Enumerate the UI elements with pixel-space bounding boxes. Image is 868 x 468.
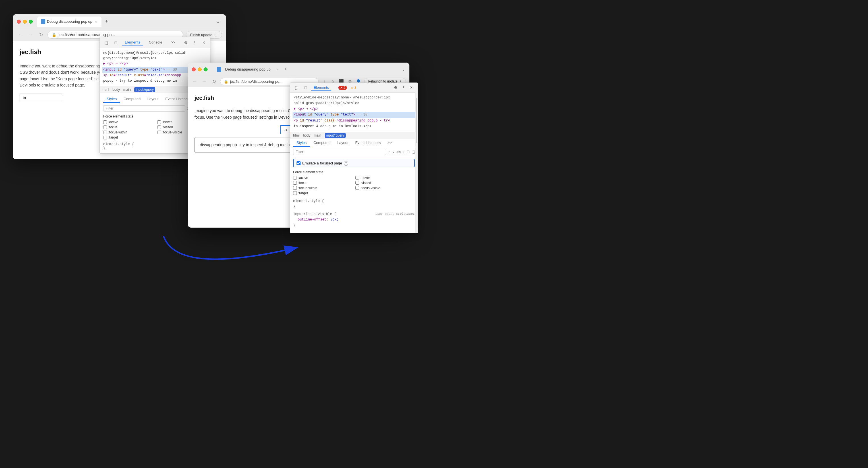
dt2-checkbox-active[interactable]: :active (293, 176, 352, 180)
inspect-icon-2[interactable]: ⬚ (293, 84, 300, 91)
minimize-button-2[interactable] (197, 67, 202, 71)
titlebar-1: Debug disappearing pop up × + ⌄ (13, 14, 226, 29)
dt2-scrollbar[interactable] (415, 83, 417, 233)
close-button-2[interactable] (192, 67, 196, 71)
tab-console-1[interactable]: Console (146, 39, 165, 46)
checkbox-focus-input-1[interactable] (103, 125, 107, 129)
emulate-focused-checkbox[interactable] (297, 161, 301, 165)
search-input-1[interactable] (20, 94, 62, 102)
code-line-1a: me{display:none}#result{border:1px solid (103, 51, 185, 55)
dt2-styles-tab[interactable]: Styles (293, 139, 310, 147)
dt2-checkbox-active-input[interactable] (293, 176, 297, 179)
device-icon-1[interactable]: □ (112, 39, 119, 46)
maximize-button-1[interactable] (29, 20, 33, 24)
dt2-checkbox-focus-visible-input[interactable] (355, 186, 359, 190)
checkbox-focus-visible-input-1[interactable] (157, 130, 161, 134)
dt2-computed-tab[interactable]: Computed (310, 139, 334, 147)
tab-dropdown-1[interactable]: ⌄ (214, 18, 222, 25)
more-icon-1[interactable]: ⋮ (191, 39, 198, 46)
dt2-breadcrumb-body[interactable]: body (303, 134, 310, 138)
layout-tab-1[interactable]: Layout (144, 96, 162, 103)
dt2-breadcrumb-input[interactable]: input#query (325, 133, 346, 138)
dt2-checkbox-focus[interactable]: :focus (293, 181, 352, 185)
dt2-layout-icon[interactable]: ⊡ (407, 150, 410, 154)
inspect-icon-1[interactable]: ⬚ (103, 39, 110, 46)
active-tab-1[interactable]: Debug disappearing pop up × (37, 17, 101, 27)
checkbox-active-1[interactable]: :active (103, 120, 153, 124)
tab-close-1[interactable]: × (94, 20, 98, 24)
maximize-button-2[interactable] (204, 67, 208, 71)
dt2-checkbox-target-input[interactable] (293, 191, 297, 195)
traffic-lights-1 (17, 20, 33, 24)
dt2-checkbox-hover[interactable]: :hover (355, 176, 415, 180)
device-icon-2-b[interactable]: □ (302, 84, 309, 91)
reload-button-2[interactable]: ↻ (210, 78, 218, 85)
dt2-code-line3: ► <p> ⇒ </p> (294, 107, 318, 111)
dt2-checkbox-focus-visible[interactable]: :focus-visible (355, 186, 415, 190)
breadcrumb-input-1[interactable]: input#query (134, 87, 156, 92)
dt2-layout-tab[interactable]: Layout (334, 139, 352, 147)
checkbox-active-input-1[interactable] (103, 120, 107, 124)
dt2-css-rule-1: element.style { } (290, 198, 417, 210)
dt2-checkbox-focus-input[interactable] (293, 181, 297, 185)
devtools-close-1[interactable]: × (200, 39, 207, 46)
dt2-paint-icon[interactable]: ⬚ (411, 150, 415, 154)
tab-bar-1: Debug disappearing pop up × + (37, 17, 211, 27)
dt2-code-highlighted[interactable]: <input id="query" type="text"> == $0 (292, 112, 415, 118)
back-button-2[interactable]: ← (191, 78, 198, 85)
dt2-event-listeners-tab[interactable]: Event Listeners (352, 139, 384, 147)
checkbox-focus-within-1[interactable]: :focus-within (103, 130, 153, 134)
checkbox-focus-within-input-1[interactable] (103, 130, 107, 134)
lock-icon-2: 🔒 (224, 79, 228, 84)
checkbox-focus-1[interactable]: :focus (103, 125, 153, 129)
forward-button-1[interactable]: → (27, 31, 34, 38)
settings-icon-1[interactable]: ⚙ (182, 39, 189, 46)
dt2-scrollbar-thumb[interactable] (416, 98, 417, 143)
computed-tab-1[interactable]: Computed (120, 96, 144, 103)
more-icon-2[interactable]: ⋮ (400, 84, 407, 91)
breadcrumb-body-1[interactable]: body (113, 88, 120, 92)
dt2-hov-tag[interactable]: :hov (388, 150, 394, 154)
dt2-checkbox-visited-input[interactable] (355, 181, 359, 185)
dt2-cls-tag[interactable]: .cls (396, 150, 401, 154)
dt2-breadcrumb-html[interactable]: html (293, 134, 300, 138)
checkbox-visited-input-1[interactable] (157, 125, 161, 129)
breadcrumb-html-1[interactable]: html (103, 88, 109, 92)
tab-elements-2[interactable]: Elements (311, 85, 331, 91)
dt2-plus-icon[interactable]: + (403, 150, 405, 154)
dt2-more-tabs[interactable]: >> (384, 139, 395, 147)
filter-input-1[interactable] (103, 105, 185, 112)
forward-button-2[interactable]: → (201, 78, 208, 85)
breadcrumb-main-1[interactable]: main (123, 88, 131, 92)
checkbox-target-input-1[interactable] (103, 136, 107, 139)
back-button-1[interactable]: ← (17, 31, 24, 38)
dt2-breadcrumb-main[interactable]: main (314, 134, 321, 138)
emulate-focused-row[interactable]: Emulate a focused page ? (293, 159, 415, 167)
emulate-help-icon[interactable]: ? (344, 161, 348, 166)
tab-elements-1[interactable]: Elements (122, 39, 143, 46)
dt2-checkbox-target[interactable]: :target (293, 191, 352, 195)
new-tab-button-2[interactable]: + (284, 66, 287, 72)
reload-button-1[interactable]: ↻ (37, 31, 44, 38)
checkbox-hover-input-1[interactable] (157, 120, 161, 124)
close-button-1[interactable] (17, 20, 21, 24)
dt2-checkbox-hover-input[interactable] (355, 176, 359, 179)
devtools-close-2[interactable]: × (408, 84, 415, 91)
tab-more-1[interactable]: >> (168, 39, 178, 46)
minimize-button-1[interactable] (23, 20, 27, 24)
new-tab-button-1[interactable]: + (103, 18, 111, 26)
titlebar-2: Debug disappearing pop up × + ⌄ (188, 63, 409, 76)
dt2-rule-close: } (293, 223, 295, 227)
styles-tab-1[interactable]: Styles (103, 96, 120, 103)
dt2-checkbox-focus-within-input[interactable] (293, 186, 297, 190)
checkbox-target-1[interactable]: :target (103, 136, 153, 139)
tab-close-2[interactable]: × (275, 67, 279, 71)
settings-icon-2[interactable]: ⚙ (392, 84, 399, 91)
warning-triangle-icon: ⚠ (350, 86, 353, 90)
dt2-filter-input[interactable] (293, 149, 386, 155)
url-text-1: jec.fish/demo/disappearing-po... (59, 32, 115, 37)
dt2-css-rule-2: user agent stylesheet input:focus-visibl… (290, 210, 417, 229)
dt2-checkbox-visited[interactable]: :visited (355, 181, 415, 185)
tab-dropdown-2[interactable]: ⌄ (402, 67, 405, 72)
dt2-checkbox-focus-within[interactable]: :focus-within (293, 186, 352, 190)
